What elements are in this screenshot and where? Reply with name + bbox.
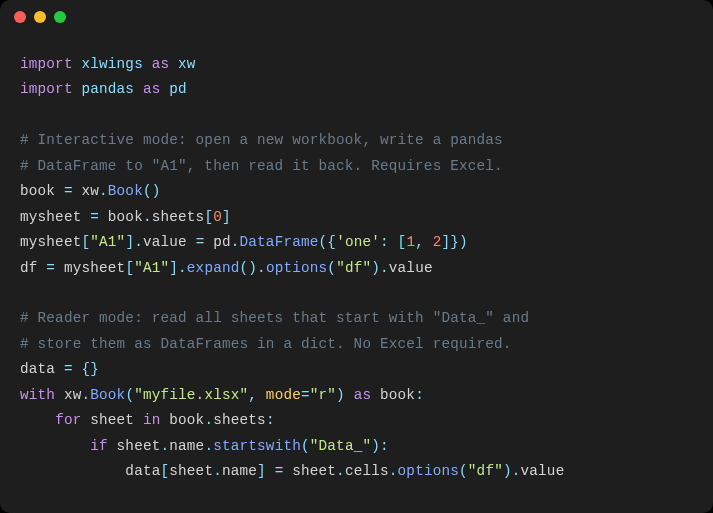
paren: (: [125, 387, 134, 403]
function-call: Book: [108, 183, 143, 199]
variable: book: [380, 387, 415, 403]
keyword-as: as: [354, 387, 372, 403]
attribute: name: [222, 463, 257, 479]
bracket: ]: [125, 234, 134, 250]
comment: # DataFrame to "A1", then read it back. …: [20, 158, 503, 174]
minimize-icon[interactable]: [34, 11, 46, 23]
attribute: cells: [345, 463, 389, 479]
function-call: DataFrame: [240, 234, 319, 250]
module-alias: pd: [169, 81, 187, 97]
bracket: [: [204, 209, 213, 225]
comment: # Reader mode: read all sheets that star…: [20, 310, 529, 326]
keyword-with: with: [20, 387, 55, 403]
bracket: ]: [222, 209, 231, 225]
string: 'one': [336, 234, 380, 250]
operator: =: [90, 209, 99, 225]
operator: =: [196, 234, 205, 250]
object: sheet: [169, 463, 213, 479]
dot: .: [204, 412, 213, 428]
attribute: value: [143, 234, 187, 250]
string: "r": [310, 387, 336, 403]
code-block: import xlwings as xw import pandas as pd…: [0, 34, 713, 504]
colon: :: [380, 234, 389, 250]
close-icon[interactable]: [14, 11, 26, 23]
function-call: startswith: [213, 438, 301, 454]
module-name: xlwings: [81, 56, 142, 72]
dot: .: [336, 463, 345, 479]
variable: data: [20, 361, 55, 377]
module-alias: xw: [178, 56, 196, 72]
object: pd: [213, 234, 231, 250]
dot: .: [213, 463, 222, 479]
colon: :: [266, 412, 275, 428]
dot: .: [134, 234, 143, 250]
parens: (): [143, 183, 161, 199]
string: "myfile.xlsx": [134, 387, 248, 403]
colon: :: [380, 438, 389, 454]
dot: .: [99, 183, 108, 199]
attribute: sheets: [152, 209, 205, 225]
paren: ): [503, 463, 512, 479]
paren: (: [301, 438, 310, 454]
bracket: ]: [442, 234, 451, 250]
paren: ): [371, 438, 380, 454]
dot: .: [204, 438, 213, 454]
attribute: value: [521, 463, 565, 479]
operator: =: [275, 463, 284, 479]
number: 2: [433, 234, 442, 250]
string: "A1": [90, 234, 125, 250]
dot: .: [161, 438, 170, 454]
indent: [20, 438, 90, 454]
bracket: ]: [169, 260, 178, 276]
dot: .: [389, 463, 398, 479]
module-name: pandas: [81, 81, 134, 97]
window-titlebar: [0, 0, 713, 34]
variable: book: [20, 183, 55, 199]
function-call: expand: [187, 260, 240, 276]
comment: # store them as DataFrames in a dict. No…: [20, 336, 512, 352]
string: "A1": [134, 260, 169, 276]
operator: =: [64, 361, 73, 377]
brace: {: [327, 234, 336, 250]
indent: [20, 463, 125, 479]
object: mysheet: [20, 234, 81, 250]
bracket: [: [81, 234, 90, 250]
object: book: [108, 209, 143, 225]
string: "Data_": [310, 438, 371, 454]
keyword-for: for: [55, 412, 81, 428]
paren: ): [336, 387, 345, 403]
paren: ): [371, 260, 380, 276]
comment: # Interactive mode: open a new workbook,…: [20, 132, 503, 148]
keyword-in: in: [143, 412, 161, 428]
operator: =: [64, 183, 73, 199]
kwarg: mode: [266, 387, 301, 403]
variable: mysheet: [20, 209, 81, 225]
paren: (: [459, 463, 468, 479]
number: 0: [213, 209, 222, 225]
dot: .: [81, 387, 90, 403]
bracket: [: [160, 463, 169, 479]
parens: (): [240, 260, 258, 276]
brace: }: [90, 361, 99, 377]
dot: .: [231, 234, 240, 250]
paren: (: [327, 260, 336, 276]
dot: .: [178, 260, 187, 276]
object: book: [169, 412, 204, 428]
keyword-import: import: [20, 56, 73, 72]
keyword-as: as: [152, 56, 170, 72]
number: 1: [406, 234, 415, 250]
comma: ,: [248, 387, 257, 403]
function-call: options: [398, 463, 459, 479]
object: mysheet: [64, 260, 125, 276]
variable: sheet: [90, 412, 134, 428]
attribute: value: [389, 260, 433, 276]
keyword-as: as: [143, 81, 161, 97]
dot: .: [380, 260, 389, 276]
indent: [20, 412, 55, 428]
object: xw: [81, 183, 99, 199]
maximize-icon[interactable]: [54, 11, 66, 23]
string: "df": [468, 463, 503, 479]
string: "df": [336, 260, 371, 276]
object: sheet: [292, 463, 336, 479]
bracket: [: [125, 260, 134, 276]
